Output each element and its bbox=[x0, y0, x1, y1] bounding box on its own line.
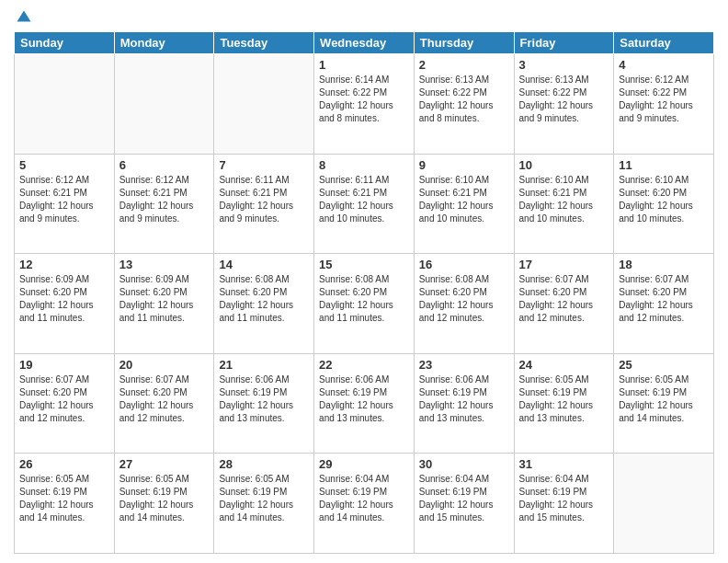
calendar-cell: 30Sunrise: 6:04 AMSunset: 6:19 PMDayligh… bbox=[414, 454, 514, 554]
day-number: 27 bbox=[119, 457, 210, 471]
day-number: 2 bbox=[419, 58, 509, 72]
calendar-cell: 6Sunrise: 6:12 AMSunset: 6:21 PMDaylight… bbox=[114, 154, 214, 254]
day-number: 29 bbox=[319, 457, 409, 471]
day-number: 31 bbox=[519, 457, 609, 471]
day-number: 14 bbox=[219, 258, 309, 271]
day-info: Sunrise: 6:09 AMSunset: 6:20 PMDaylight:… bbox=[119, 273, 210, 325]
day-info: Sunrise: 6:11 AMSunset: 6:21 PMDaylight:… bbox=[219, 174, 309, 225]
calendar-cell: 4Sunrise: 6:12 AMSunset: 6:22 PMDaylight… bbox=[614, 54, 714, 155]
day-info: Sunrise: 6:10 AMSunset: 6:21 PMDaylight:… bbox=[519, 174, 609, 225]
svg-marker-0 bbox=[17, 11, 31, 22]
day-number: 1 bbox=[319, 58, 409, 72]
day-info: Sunrise: 6:08 AMSunset: 6:20 PMDaylight:… bbox=[419, 273, 509, 325]
day-info: Sunrise: 6:04 AMSunset: 6:19 PMDaylight:… bbox=[519, 473, 609, 524]
calendar-header-row: SundayMondayTuesdayWednesdayThursdayFrid… bbox=[15, 32, 714, 54]
day-info: Sunrise: 6:13 AMSunset: 6:22 PMDaylight:… bbox=[519, 74, 609, 125]
day-info: Sunrise: 6:07 AMSunset: 6:20 PMDaylight:… bbox=[619, 273, 709, 325]
calendar-cell: 16Sunrise: 6:08 AMSunset: 6:20 PMDayligh… bbox=[414, 254, 514, 354]
calendar-body: 1Sunrise: 6:14 AMSunset: 6:22 PMDaylight… bbox=[15, 54, 714, 554]
calendar-cell: 10Sunrise: 6:10 AMSunset: 6:21 PMDayligh… bbox=[514, 154, 614, 254]
calendar-cell: 15Sunrise: 6:08 AMSunset: 6:20 PMDayligh… bbox=[314, 254, 415, 354]
calendar-cell: 18Sunrise: 6:07 AMSunset: 6:20 PMDayligh… bbox=[614, 254, 714, 354]
calendar-cell bbox=[614, 454, 714, 554]
calendar-cell: 17Sunrise: 6:07 AMSunset: 6:20 PMDayligh… bbox=[514, 254, 614, 354]
calendar: SundayMondayTuesdayWednesdayThursdayFrid… bbox=[14, 31, 714, 554]
calendar-cell: 1Sunrise: 6:14 AMSunset: 6:22 PMDaylight… bbox=[314, 54, 415, 155]
day-info: Sunrise: 6:10 AMSunset: 6:20 PMDaylight:… bbox=[619, 174, 709, 225]
logo bbox=[14, 9, 32, 26]
calendar-cell: 7Sunrise: 6:11 AMSunset: 6:21 PMDaylight… bbox=[214, 154, 314, 254]
calendar-cell: 28Sunrise: 6:05 AMSunset: 6:19 PMDayligh… bbox=[214, 454, 314, 554]
day-number: 19 bbox=[19, 358, 109, 372]
day-header-saturday: Saturday bbox=[614, 32, 714, 54]
day-number: 16 bbox=[419, 258, 509, 271]
day-info: Sunrise: 6:05 AMSunset: 6:19 PMDaylight:… bbox=[119, 473, 210, 524]
day-number: 17 bbox=[519, 258, 609, 271]
day-header-thursday: Thursday bbox=[414, 32, 514, 54]
calendar-cell: 11Sunrise: 6:10 AMSunset: 6:20 PMDayligh… bbox=[614, 154, 714, 254]
day-number: 21 bbox=[219, 358, 309, 372]
day-number: 18 bbox=[619, 258, 709, 271]
day-number: 6 bbox=[119, 158, 210, 172]
day-number: 26 bbox=[19, 457, 109, 471]
day-info: Sunrise: 6:12 AMSunset: 6:21 PMDaylight:… bbox=[19, 174, 109, 225]
calendar-cell: 3Sunrise: 6:13 AMSunset: 6:22 PMDaylight… bbox=[514, 54, 614, 155]
day-info: Sunrise: 6:05 AMSunset: 6:19 PMDaylight:… bbox=[619, 373, 709, 425]
day-number: 11 bbox=[619, 158, 709, 172]
calendar-cell: 13Sunrise: 6:09 AMSunset: 6:20 PMDayligh… bbox=[114, 254, 214, 354]
calendar-cell: 27Sunrise: 6:05 AMSunset: 6:19 PMDayligh… bbox=[114, 454, 214, 554]
day-info: Sunrise: 6:06 AMSunset: 6:19 PMDaylight:… bbox=[219, 373, 309, 425]
day-number: 15 bbox=[319, 258, 409, 271]
day-number: 20 bbox=[119, 358, 210, 372]
week-row-5: 26Sunrise: 6:05 AMSunset: 6:19 PMDayligh… bbox=[15, 454, 714, 554]
day-info: Sunrise: 6:14 AMSunset: 6:22 PMDaylight:… bbox=[319, 74, 409, 125]
day-info: Sunrise: 6:10 AMSunset: 6:21 PMDaylight:… bbox=[419, 174, 509, 225]
calendar-cell: 31Sunrise: 6:04 AMSunset: 6:19 PMDayligh… bbox=[514, 454, 614, 554]
day-info: Sunrise: 6:06 AMSunset: 6:19 PMDaylight:… bbox=[419, 373, 509, 425]
calendar-cell: 23Sunrise: 6:06 AMSunset: 6:19 PMDayligh… bbox=[414, 353, 514, 454]
day-number: 30 bbox=[419, 457, 509, 471]
day-info: Sunrise: 6:07 AMSunset: 6:20 PMDaylight:… bbox=[119, 373, 210, 425]
calendar-cell: 12Sunrise: 6:09 AMSunset: 6:20 PMDayligh… bbox=[15, 254, 115, 354]
calendar-cell: 5Sunrise: 6:12 AMSunset: 6:21 PMDaylight… bbox=[15, 154, 115, 254]
day-info: Sunrise: 6:12 AMSunset: 6:21 PMDaylight:… bbox=[119, 174, 210, 225]
calendar-cell: 29Sunrise: 6:04 AMSunset: 6:19 PMDayligh… bbox=[314, 454, 415, 554]
calendar-cell: 8Sunrise: 6:11 AMSunset: 6:21 PMDaylight… bbox=[314, 154, 415, 254]
day-info: Sunrise: 6:06 AMSunset: 6:19 PMDaylight:… bbox=[319, 373, 409, 425]
day-info: Sunrise: 6:07 AMSunset: 6:20 PMDaylight:… bbox=[19, 373, 109, 425]
day-header-monday: Monday bbox=[114, 32, 214, 54]
calendar-cell: 26Sunrise: 6:05 AMSunset: 6:19 PMDayligh… bbox=[15, 454, 115, 554]
day-number: 5 bbox=[19, 158, 109, 172]
day-number: 22 bbox=[319, 358, 409, 372]
day-info: Sunrise: 6:05 AMSunset: 6:19 PMDaylight:… bbox=[19, 473, 109, 524]
header bbox=[14, 9, 714, 26]
calendar-cell bbox=[114, 54, 214, 155]
day-header-tuesday: Tuesday bbox=[214, 32, 314, 54]
day-info: Sunrise: 6:05 AMSunset: 6:19 PMDaylight:… bbox=[519, 373, 609, 425]
logo-icon bbox=[16, 9, 32, 26]
calendar-cell: 22Sunrise: 6:06 AMSunset: 6:19 PMDayligh… bbox=[314, 353, 415, 454]
week-row-3: 12Sunrise: 6:09 AMSunset: 6:20 PMDayligh… bbox=[15, 254, 714, 354]
week-row-2: 5Sunrise: 6:12 AMSunset: 6:21 PMDaylight… bbox=[15, 154, 714, 254]
day-info: Sunrise: 6:08 AMSunset: 6:20 PMDaylight:… bbox=[219, 273, 309, 325]
day-number: 12 bbox=[19, 258, 109, 271]
day-number: 25 bbox=[619, 358, 709, 372]
day-number: 3 bbox=[519, 58, 609, 72]
day-number: 13 bbox=[119, 258, 210, 271]
day-info: Sunrise: 6:09 AMSunset: 6:20 PMDaylight:… bbox=[19, 273, 109, 325]
day-number: 4 bbox=[619, 58, 709, 72]
calendar-cell: 14Sunrise: 6:08 AMSunset: 6:20 PMDayligh… bbox=[214, 254, 314, 354]
day-info: Sunrise: 6:11 AMSunset: 6:21 PMDaylight:… bbox=[319, 174, 409, 225]
day-number: 10 bbox=[519, 158, 609, 172]
day-number: 23 bbox=[419, 358, 509, 372]
calendar-cell: 19Sunrise: 6:07 AMSunset: 6:20 PMDayligh… bbox=[15, 353, 115, 454]
calendar-cell: 24Sunrise: 6:05 AMSunset: 6:19 PMDayligh… bbox=[514, 353, 614, 454]
calendar-cell: 9Sunrise: 6:10 AMSunset: 6:21 PMDaylight… bbox=[414, 154, 514, 254]
calendar-cell: 20Sunrise: 6:07 AMSunset: 6:20 PMDayligh… bbox=[114, 353, 214, 454]
day-number: 7 bbox=[219, 158, 309, 172]
day-number: 8 bbox=[319, 158, 409, 172]
day-info: Sunrise: 6:13 AMSunset: 6:22 PMDaylight:… bbox=[419, 74, 509, 125]
day-number: 28 bbox=[219, 457, 309, 471]
day-info: Sunrise: 6:04 AMSunset: 6:19 PMDaylight:… bbox=[319, 473, 409, 524]
day-header-friday: Friday bbox=[514, 32, 614, 54]
